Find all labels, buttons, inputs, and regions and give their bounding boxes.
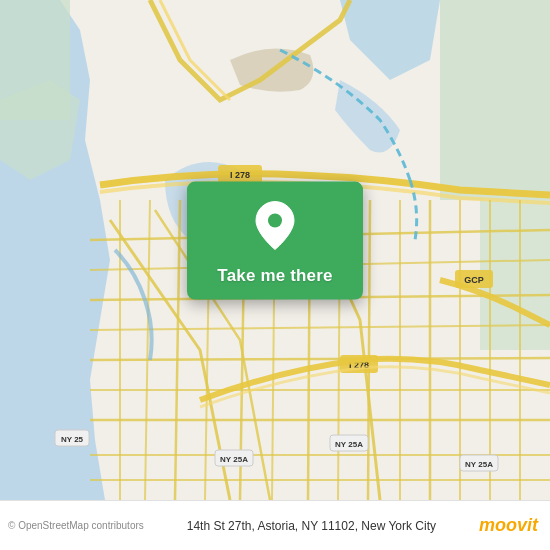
- moovit-logo-text: moovit: [479, 515, 538, 536]
- address-label: 14th St 27th, Astoria, NY 11102, New Yor…: [144, 519, 479, 533]
- svg-point-41: [268, 214, 282, 228]
- map-container: I 278 GCP NY 25: [0, 0, 550, 500]
- take-me-there-button[interactable]: Take me there: [217, 262, 332, 286]
- svg-rect-2: [440, 0, 550, 200]
- svg-text:NY 25: NY 25: [61, 435, 84, 444]
- bottom-bar: © OpenStreetMap contributors 14th St 27t…: [0, 500, 550, 550]
- svg-text:I 278: I 278: [230, 170, 250, 180]
- svg-text:NY 25A: NY 25A: [220, 455, 248, 464]
- svg-text:NY 25A: NY 25A: [465, 460, 493, 469]
- map-attribution: © OpenStreetMap contributors: [8, 520, 144, 531]
- svg-text:NY 25A: NY 25A: [335, 440, 363, 449]
- svg-text:GCP: GCP: [464, 275, 484, 285]
- location-card: Take me there: [187, 182, 363, 300]
- map-pin-icon: [253, 200, 297, 256]
- moovit-logo: moovit: [479, 515, 538, 536]
